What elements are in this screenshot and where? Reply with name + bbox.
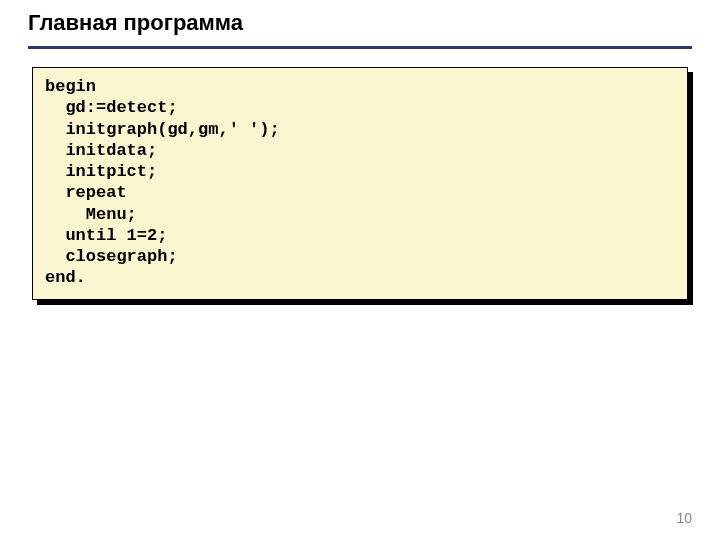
code-block-container: begin gd:=detect; initgraph(gd,gm,' '); … xyxy=(32,67,688,300)
title-rule xyxy=(28,46,692,49)
page-title: Главная программа xyxy=(28,10,692,40)
slide: Главная программа begin gd:=detect; init… xyxy=(0,0,720,540)
code-block: begin gd:=detect; initgraph(gd,gm,' '); … xyxy=(32,67,688,300)
page-number: 10 xyxy=(676,510,692,526)
